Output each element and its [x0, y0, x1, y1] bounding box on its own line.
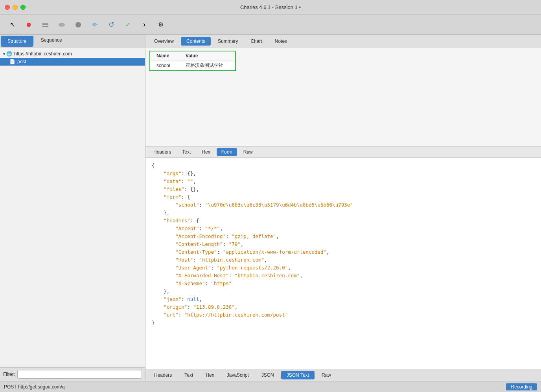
- filter-bar: Filter:: [0, 367, 145, 381]
- tab-chart[interactable]: Chart: [245, 37, 267, 46]
- resp-tab-javascript[interactable]: JavaScript: [221, 371, 254, 379]
- status-text: POST http://get.sogou.com/q: [4, 384, 65, 390]
- tab-summary[interactable]: Summary: [212, 37, 243, 46]
- toolbar: ↖ ⏺ ✏ ↺ ✓ › ⚙: [0, 15, 541, 35]
- resp-tab-json[interactable]: JSON: [256, 371, 280, 379]
- params-table: Name Value school 霍格沃兹测试学社: [149, 51, 236, 71]
- svg-point-3: [59, 23, 65, 27]
- close-button[interactable]: [5, 5, 10, 10]
- sidebar-tab-structure[interactable]: Structure: [1, 36, 33, 47]
- refresh-button[interactable]: ↺: [105, 19, 117, 31]
- filter-input[interactable]: [17, 370, 142, 379]
- resp-tab-json-text[interactable]: JSON Text: [281, 371, 315, 379]
- req-tab-raw[interactable]: Raw: [239, 148, 258, 156]
- statusbar: POST http://get.sogou.com/q Recording: [0, 381, 541, 392]
- req-tab-headers[interactable]: Headers: [149, 148, 176, 156]
- main-content: Structure Sequence ▾ 🌐 https://httpbin.c…: [0, 35, 541, 381]
- resp-tab-headers[interactable]: Headers: [149, 371, 177, 379]
- filter-label: Filter:: [3, 372, 15, 377]
- cursor-tool[interactable]: ↖: [6, 19, 18, 31]
- tree-item-host[interactable]: ▾ 🌐 https://httpbin.ceshiren.com: [0, 50, 145, 58]
- param-value-cell: 霍格沃兹测试学社: [179, 60, 236, 71]
- json-content-area: { "args": {}, "data": "", "files": {}, "…: [145, 158, 541, 369]
- sidebar: Structure Sequence ▾ 🌐 https://httpbin.c…: [0, 35, 145, 381]
- settings-button[interactable]: ⚙: [155, 19, 167, 31]
- param-name-cell: school: [150, 60, 179, 71]
- titlebar: Charles 4.6.1 - Session 1 •: [0, 0, 541, 15]
- tab-notes[interactable]: Notes: [269, 37, 293, 46]
- json-pre: { "args": {}, "data": "", "files": {}, "…: [152, 162, 535, 327]
- maximize-button[interactable]: [20, 5, 26, 10]
- tab-contents[interactable]: Contents: [181, 37, 211, 46]
- req-tab-form[interactable]: Form: [217, 148, 237, 156]
- top-panel-tabs: Overview Contents Summary Chart Notes: [145, 35, 541, 48]
- svg-rect-0: [42, 23, 48, 24]
- tree-host-label: https://httpbin.ceshiren.com: [14, 51, 72, 57]
- sidebar-tab-sequence[interactable]: Sequence: [34, 35, 69, 48]
- params-table-wrapper: Name Value school 霍格沃兹测试学社: [145, 48, 541, 73]
- recording-button[interactable]: Recording: [506, 383, 537, 390]
- compose-button[interactable]: [72, 19, 84, 31]
- window-title: Charles 4.6.1 - Session 1 •: [240, 4, 301, 10]
- request-sub-tabs: Headers Text Hex Form Raw: [145, 147, 541, 158]
- throttle-button[interactable]: [39, 19, 51, 31]
- tree-arrow-icon: ▾: [3, 52, 5, 56]
- tab-overview[interactable]: Overview: [149, 37, 179, 46]
- response-tabs: Headers Text Hex JavaScript JSON JSON Te…: [145, 369, 541, 381]
- right-panel: Overview Contents Summary Chart Notes Na…: [145, 35, 541, 381]
- tree-item-post[interactable]: 📄 post: [0, 58, 145, 66]
- arrow-button[interactable]: ›: [138, 19, 150, 31]
- sidebar-tree: ▾ 🌐 https://httpbin.ceshiren.com 📄 post: [0, 48, 145, 367]
- svg-rect-2: [42, 26, 48, 27]
- col-value-header: Value: [179, 51, 236, 60]
- tree-post-label: post: [17, 59, 26, 64]
- resp-tab-text[interactable]: Text: [179, 371, 199, 379]
- breakpoint-button[interactable]: [56, 19, 68, 31]
- rewrite-button[interactable]: ✏: [89, 19, 101, 31]
- traffic-lights: [5, 5, 26, 10]
- sidebar-tabs: Structure Sequence: [0, 35, 145, 48]
- record-button[interactable]: ⏺: [23, 19, 35, 31]
- table-row: school 霍格沃兹测试学社: [150, 60, 236, 71]
- doc-icon: 📄: [9, 59, 15, 64]
- check-button[interactable]: ✓: [122, 19, 134, 31]
- request-top-area: Name Value school 霍格沃兹测试学社: [145, 48, 541, 147]
- resp-tab-raw[interactable]: Raw: [316, 371, 337, 379]
- req-tab-text[interactable]: Text: [177, 148, 195, 156]
- svg-rect-1: [42, 24, 48, 25]
- resp-tab-hex[interactable]: Hex: [200, 371, 219, 379]
- col-name-header: Name: [150, 51, 179, 60]
- req-tab-hex[interactable]: Hex: [197, 148, 215, 156]
- minimize-button[interactable]: [13, 5, 18, 10]
- globe-icon: 🌐: [6, 51, 12, 57]
- svg-point-4: [75, 22, 81, 27]
